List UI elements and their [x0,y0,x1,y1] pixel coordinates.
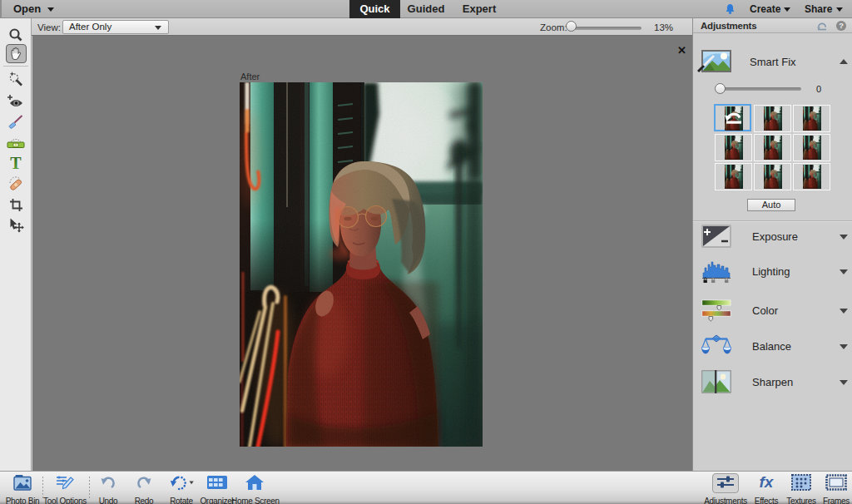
svg-text:fx: fx [760,474,775,491]
svg-text:T: T [10,155,22,171]
svg-text:?: ? [839,22,844,30]
